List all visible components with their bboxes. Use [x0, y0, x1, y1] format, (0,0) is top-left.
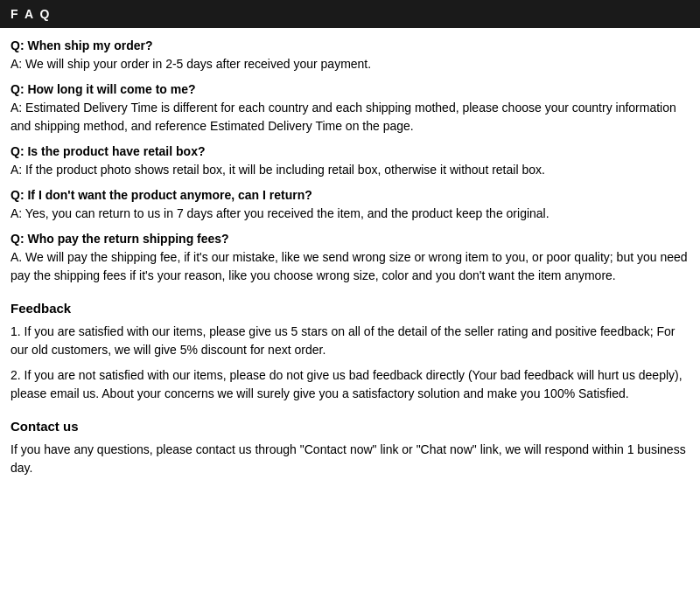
faq-header: F A Q	[0, 0, 700, 28]
faq-item-5: Q: Who pay the return shipping fees? A. …	[10, 232, 690, 285]
faq-title: F A Q	[10, 7, 51, 21]
faq-item-3: Q: Is the product have retail box? A: If…	[10, 144, 690, 179]
feedback-section: Feedback 1. If you are satisfied with ou…	[10, 301, 690, 403]
faq-section: Q: When ship my order? A: We will ship y…	[10, 38, 690, 285]
feedback-item-1: 1. If you are satisfied with our items, …	[10, 323, 690, 359]
answer-5: A. We will pay the shipping fee, if it's…	[10, 248, 690, 285]
question-5: Q: Who pay the return shipping fees?	[10, 232, 690, 246]
answer-1: A: We will ship your order in 2-5 days a…	[10, 55, 690, 73]
feedback-item-2: 2. If you are not satisfied with our ite…	[10, 366, 690, 403]
content-area: Q: When ship my order? A: We will ship y…	[0, 38, 700, 477]
answer-2: A: Estimated Delivery Time is different …	[10, 99, 690, 136]
contact-text: If you have any questions, please contac…	[10, 441, 690, 477]
faq-item-4: Q: If I don't want the product anymore, …	[10, 188, 690, 223]
question-3: Q: Is the product have retail box?	[10, 144, 690, 158]
answer-4: A: Yes, you can return to us in 7 days a…	[10, 205, 690, 223]
contact-title: Contact us	[10, 419, 690, 434]
faq-item-1: Q: When ship my order? A: We will ship y…	[10, 38, 690, 73]
question-4: Q: If I don't want the product anymore, …	[10, 188, 690, 202]
faq-item-2: Q: How long it will come to me? A: Estim…	[10, 82, 690, 136]
contact-section: Contact us If you have any questions, pl…	[10, 419, 690, 477]
question-1: Q: When ship my order?	[10, 38, 690, 52]
feedback-title: Feedback	[10, 301, 690, 316]
answer-3: A: If the product photo shows retail box…	[10, 161, 690, 179]
question-2: Q: How long it will come to me?	[10, 82, 690, 96]
